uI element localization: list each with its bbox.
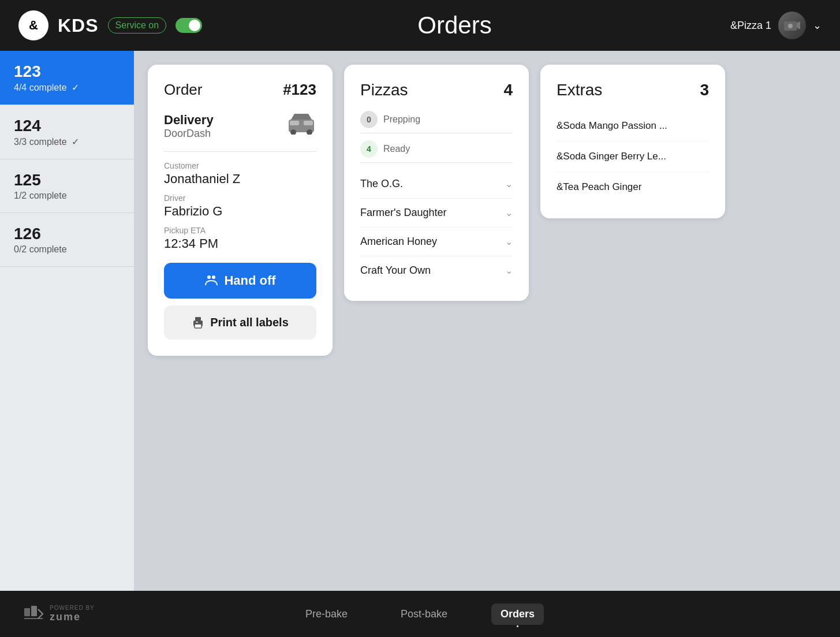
ready-label: Ready (383, 144, 410, 154)
header-right: &Pizza 1 ⌄ (695, 12, 822, 39)
check-icon-123: ✓ (72, 82, 79, 93)
customer-name: Jonathaniel Z (164, 172, 316, 187)
delivery-section: Delivery DoorDash (164, 113, 316, 140)
pizza-name-2: American Honey (360, 236, 437, 248)
sidebar-item-125[interactable]: 125 1/2 complete (0, 159, 134, 213)
sidebar-item-126[interactable]: 126 0/2 complete (0, 213, 134, 267)
driver-name: Fabrizio G (164, 204, 316, 219)
order-status-125: 1/2 complete (14, 191, 120, 201)
extra-item-2: &Tea Peach Ginger (557, 172, 709, 202)
page-title: Orders (215, 12, 695, 39)
status-divider-2 (360, 162, 513, 163)
eta-label: Pickup ETA (164, 226, 316, 235)
svg-rect-14 (24, 608, 30, 616)
order-number-126: 126 (14, 225, 120, 243)
extra-item-0: &Soda Mango Passion ... (557, 111, 709, 141)
delivery-type: Delivery (164, 113, 214, 128)
pizza-item-3[interactable]: Craft Your Own ⌄ (360, 256, 513, 285)
pizza-item-0[interactable]: The O.G. ⌄ (360, 170, 513, 199)
service-label: Service on (115, 20, 159, 31)
powered-by-label: POWERED BY (50, 605, 95, 611)
footer-tabs: Pre-bake Post-bake Orders (296, 604, 544, 625)
chevron-down-icon-2: ⌄ (505, 236, 513, 247)
svg-rect-12 (195, 324, 201, 328)
order-status-124: 3/3 complete ✓ (14, 136, 120, 147)
tab-prebake[interactable]: Pre-bake (296, 604, 357, 625)
print-icon (192, 316, 204, 329)
pizza-name-1: Farmer's Daughter (360, 207, 446, 219)
hand-off-label: Hand off (224, 273, 275, 288)
order-number-125: 125 (14, 171, 120, 189)
ready-badge: 4 (360, 140, 378, 158)
eta-value: 12:34 PM (164, 236, 316, 251)
sidebar-item-123[interactable]: 123 4/4 complete ✓ (0, 51, 134, 105)
svg-rect-13 (196, 322, 198, 323)
sidebar: 123 4/4 complete ✓ 124 3/3 complete ✓ 12… (0, 51, 134, 591)
pizzas-card-header: Pizzas 4 (360, 81, 513, 99)
prepping-badge: 0 (360, 111, 378, 128)
driver-label: Driver (164, 193, 316, 203)
check-icon-124: ✓ (72, 136, 79, 147)
eta-section: Pickup ETA 12:34 PM (164, 226, 316, 251)
car-icon (286, 113, 316, 140)
order-status-126: 0/2 complete (14, 244, 120, 255)
ready-status-row: 4 Ready (360, 140, 513, 158)
divider-1 (164, 151, 316, 152)
content-area: Order #123 Delivery DoorDash (134, 51, 840, 591)
order-card: Order #123 Delivery DoorDash (148, 65, 333, 356)
svg-point-2 (788, 24, 793, 28)
chevron-down-icon-0: ⌄ (505, 178, 513, 189)
pizza-name-3: Craft Your Own (360, 265, 431, 277)
extras-title: Extras (557, 81, 602, 99)
chevron-down-icon[interactable]: ⌄ (813, 19, 822, 32)
pizzas-count: 4 (503, 81, 513, 99)
pizza-item-1[interactable]: Farmer's Daughter ⌄ (360, 199, 513, 228)
footer: POWERED BY zume Pre-bake Post-bake Order… (0, 591, 840, 637)
extras-card-header: Extras 3 (557, 81, 709, 99)
print-label: Print all labels (210, 316, 289, 329)
print-button[interactable]: Print all labels (164, 306, 316, 340)
delivery-info: Delivery DoorDash (164, 113, 214, 140)
order-number-124: 124 (14, 117, 120, 135)
footer-brand: POWERED BY zume (23, 604, 95, 624)
app-name: KDS (58, 15, 99, 36)
delivery-provider: DoorDash (164, 128, 214, 140)
hand-off-icon (204, 274, 218, 288)
svg-rect-11 (195, 317, 201, 321)
svg-point-9 (212, 275, 215, 279)
logo-icon: & (18, 10, 48, 40)
zume-text: zume (50, 611, 81, 623)
extras-card: Extras 3 &Soda Mango Passion ... &Soda G… (540, 65, 725, 218)
zume-brand-text: POWERED BY zume (50, 605, 95, 623)
extras-count: 3 (700, 81, 709, 99)
chevron-down-icon-3: ⌄ (505, 265, 513, 276)
svg-rect-7 (304, 121, 313, 125)
service-badge: Service on (108, 17, 167, 33)
order-label: Order (164, 81, 202, 99)
order-card-header: Order #123 (164, 81, 316, 99)
svg-rect-6 (290, 121, 299, 125)
status-divider (360, 133, 513, 133)
prepping-status-row: 0 Prepping (360, 111, 513, 128)
main-area: 123 4/4 complete ✓ 124 3/3 complete ✓ 12… (0, 51, 840, 591)
header-left: & KDS Service on (18, 10, 215, 40)
pizza-item-2[interactable]: American Honey ⌄ (360, 228, 513, 256)
svg-marker-1 (797, 21, 800, 29)
store-name: &Pizza 1 (730, 20, 771, 32)
hand-off-button[interactable]: Hand off (164, 263, 316, 299)
driver-section: Driver Fabrizio G (164, 193, 316, 219)
avatar[interactable] (778, 12, 806, 39)
pizzas-card: Pizzas 4 0 Prepping 4 Ready The O.G. ⌄ (344, 65, 529, 301)
svg-rect-15 (31, 606, 37, 616)
order-status-123: 4/4 complete ✓ (14, 82, 120, 93)
tab-orders[interactable]: Orders (491, 604, 544, 625)
zume-logo-icon (23, 604, 44, 624)
header: & KDS Service on Orders &Pizza 1 ⌄ (0, 0, 840, 51)
customer-label: Customer (164, 161, 316, 170)
sidebar-item-124[interactable]: 124 3/3 complete ✓ (0, 105, 134, 159)
prepping-label: Prepping (383, 114, 420, 125)
pizzas-title: Pizzas (360, 81, 408, 99)
service-toggle[interactable] (176, 18, 202, 33)
tab-postbake[interactable]: Post-bake (391, 604, 457, 625)
chevron-down-icon-1: ⌄ (505, 207, 513, 218)
